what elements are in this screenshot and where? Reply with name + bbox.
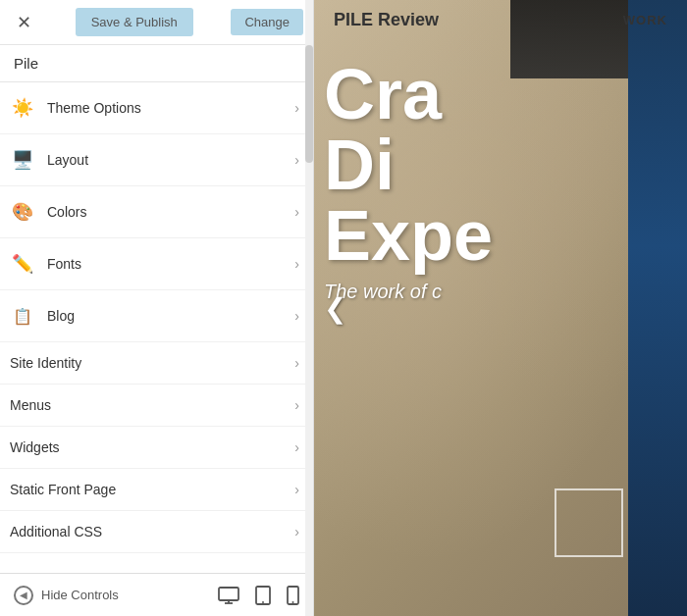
device-icons [218,586,299,605]
menu-item-label-additional-css: Additional CSS [10,524,294,539]
mobile-view-button[interactable] [287,586,299,605]
chevron-icon-colors: › [294,204,299,220]
menu-item-theme-options[interactable]: ☀️ Theme Options › [0,82,313,134]
layout-icon: 🖥️ [10,147,35,173]
pile-row: Pile [0,45,313,82]
top-bar: ✕ Save & Publish Change [0,0,313,45]
menu-item-label-blog: Blog [47,308,294,324]
menu-item-widgets[interactable]: Widgets › [0,427,313,469]
hide-controls-icon: ◀ [14,586,33,605]
mobile-icon [287,586,299,605]
chevron-icon-widgets: › [294,439,299,455]
customizer-panel: ✕ Save & Publish Change Pile ☀️ Theme Op… [0,0,314,616]
bottom-bar: ◀ Hide Controls [0,573,313,616]
menu-item-label-colors: Colors [47,204,294,220]
chevron-icon-menus: › [294,397,299,413]
chevron-icon-theme-options: › [294,100,299,116]
chevron-icon-static-front-page: › [294,482,299,497]
menu-item-label-fonts: Fonts [47,256,294,272]
chevron-icon-site-identity: › [294,355,299,371]
hero-line-2: Di [324,129,493,200]
hero-text: Cra Di Expe The work of c [324,59,493,303]
menu-item-layout[interactable]: 🖥️ Layout › [0,134,313,186]
menu-item-label-site-identity: Site Identity [10,355,294,371]
hide-controls-button[interactable]: ◀ Hide Controls [14,586,119,605]
menu-item-label-menus: Menus [10,397,294,413]
corner-box [555,488,623,557]
menu-list: ☀️ Theme Options › 🖥️ Layout › 🎨 Colors … [0,82,313,573]
nav-work-link: WORK [623,13,667,27]
menu-item-label-layout: Layout [47,152,294,168]
fonts-icon: ✏️ [10,251,35,277]
chevron-icon-layout: › [294,152,299,168]
svg-point-6 [292,601,294,603]
desktop-icon [218,587,239,604]
change-button[interactable]: Change [231,9,303,35]
preview-nav: PILE Review WORK [314,0,687,40]
hero-line-1: Cra [324,59,493,129]
tablet-icon [255,586,271,605]
chevron-icon-blog: › [294,308,299,324]
door [628,0,687,616]
save-publish-button[interactable]: Save & Publish [76,8,193,36]
scroll-thumb[interactable] [305,45,313,163]
svg-rect-0 [219,588,238,600]
desktop-view-button[interactable] [218,586,239,605]
chevron-icon-additional-css: › [294,524,299,539]
menu-item-fonts[interactable]: ✏️ Fonts › [0,238,313,290]
svg-point-4 [262,601,264,603]
menu-item-static-front-page[interactable]: Static Front Page › [0,469,313,511]
pile-label: Pile [14,55,38,72]
menu-item-additional-css[interactable]: Additional CSS › [0,511,313,553]
menu-item-menus[interactable]: Menus › [0,385,313,427]
scroll-track [305,0,313,616]
chevron-icon-fonts: › [294,256,299,272]
close-button[interactable]: ✕ [10,9,37,36]
hero-subtitle: The work of c [324,281,493,303]
menu-item-site-identity[interactable]: Site Identity › [0,342,313,385]
hide-controls-label: Hide Controls [41,588,119,602]
preview-panel: PILE Review WORK Cra Di Expe The work of… [314,0,687,616]
menu-item-label-widgets: Widgets [10,439,294,455]
preview-background: PILE Review WORK Cra Di Expe The work of… [314,0,687,616]
tablet-view-button[interactable] [255,586,271,605]
menu-item-label-theme-options: Theme Options [47,100,294,116]
site-title: PILE Review [334,10,439,30]
menu-item-label-static-front-page: Static Front Page [10,482,294,497]
hero-line-3: Expe [324,200,493,271]
colors-icon: 🎨 [10,199,35,225]
menu-item-colors[interactable]: 🎨 Colors › [0,186,313,238]
menu-item-blog[interactable]: 📋 Blog › [0,290,313,342]
prev-arrow-button[interactable]: ❮ [324,292,346,325]
sun-icon: ☀️ [10,95,35,121]
blog-icon: 📋 [10,303,35,329]
